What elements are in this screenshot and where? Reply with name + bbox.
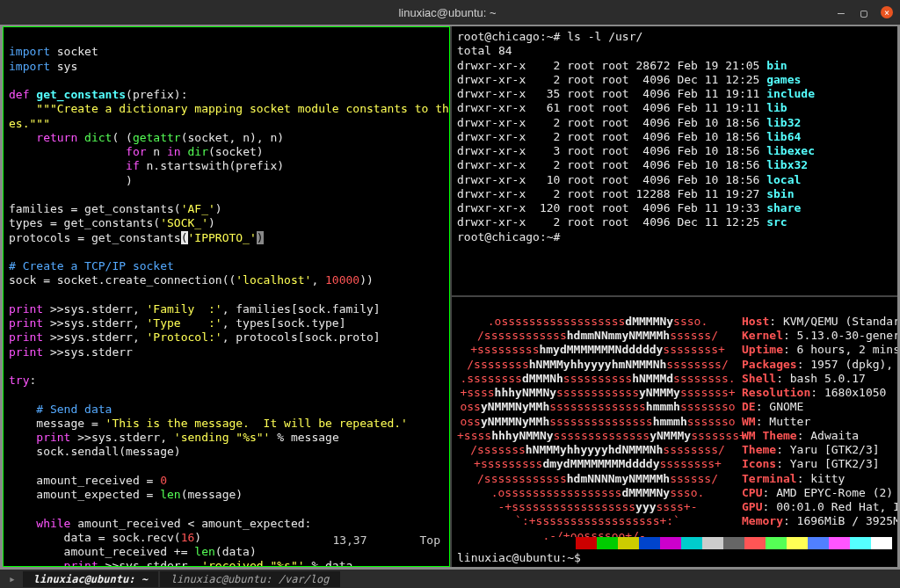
info-row: Terminal: kitty <box>742 472 897 486</box>
info-row: Packages: 1957 (dpkg), 12 (s <box>742 358 897 372</box>
color-swatch <box>787 537 808 549</box>
matching-bracket: ( <box>181 231 188 244</box>
logo-line: ossyNMMMNyMMhssssssssssssssshmmmhsssssso <box>457 415 738 429</box>
ls-row: drwxr-xr-x 2 root root 4096 Dec 11 12:25… <box>457 215 892 229</box>
ls-row: drwxr-xr-x 2 root root 4096 Dec 11 12:25… <box>457 73 892 87</box>
logo-line: +sssssssssdmydMMMMMMMMddddyssssssss+ <box>457 457 738 471</box>
info-row: Kernel: 5.13.0-30-generic <box>742 329 897 343</box>
system-info: Host: KVM/QEMU (Standard PCKernel: 5.13.… <box>742 315 897 543</box>
info-row: Shell: bash 5.0.17 <box>742 372 897 386</box>
info-row: Uptime: 6 hours, 2 mins <box>742 343 897 357</box>
color-swatch <box>850 537 871 549</box>
info-row: CPU: AMD EPYC-Rome (2) @ 3.6 <box>742 486 897 500</box>
ls-row: drwxr-xr-x 2 root root 4096 Feb 10 18:56… <box>457 116 892 130</box>
close-button[interactable]: × <box>881 6 893 18</box>
logo-line: +sssshhhyNMMNyssssssssssssyNMMMysssssss+ <box>457 386 738 400</box>
color-swatch <box>766 537 787 549</box>
prompt: root@chicago:~# <box>457 30 567 43</box>
info-row: DE: GNOME <box>742 400 897 414</box>
color-swatch <box>639 537 660 549</box>
ls-row: drwxr-xr-x 2 root root 28672 Feb 19 21:0… <box>457 59 892 73</box>
ls-row: drwxr-xr-x 2 root root 4096 Feb 10 18:56… <box>457 130 892 144</box>
terminal-tab-bar: ▸ linuxiac@ubuntu: ~ linuxiac@ubuntu: /v… <box>0 570 900 588</box>
cursor: ) <box>257 231 264 244</box>
color-swatch <box>829 537 850 549</box>
logo-line: /sssssssshNMMMyhhyyyyhmNMMMNhssssssss/ <box>457 358 738 372</box>
info-row: Memory: 1696MiB / 3925MiB <box>742 514 897 528</box>
color-swatch <box>618 537 639 549</box>
logo-line: /sssssssssssshdmmNNmmyNMMMMhssssss/ <box>457 329 738 343</box>
app-menu-icon[interactable]: ▸ <box>4 572 21 585</box>
ls-row: drwxr-xr-x 120 root root 4096 Feb 11 19:… <box>457 201 892 215</box>
info-row: GPU: 00:01.0 Red Hat, Inc. Q <box>742 500 897 514</box>
logo-line: +ssssssssshmydMMMMMMMNdddddyssssssss+ <box>457 343 738 357</box>
info-row: Icons: Yaru [GTK2/3] <box>742 457 897 471</box>
color-swatch <box>871 537 892 549</box>
ls-row: drwxr-xr-x 10 root root 4096 Feb 10 18:5… <box>457 173 892 187</box>
vim-cursor-pos: 13,37 <box>332 534 367 548</box>
color-swatch <box>744 537 766 549</box>
window-titlebar: linuxiac@ubuntu: ~ – ▢ × <box>0 0 900 25</box>
neofetch-output: .ossssssssssssssssssdMMMMNyssso./sssssss… <box>457 315 892 543</box>
ls-row: drwxr-xr-x 61 root root 4096 Feb 11 19:1… <box>457 101 892 115</box>
logo-line: .ossssssssssssssssssdMMMMNyssso. <box>457 315 738 329</box>
prompt[interactable]: linuxiac@ubuntu:~$ <box>457 551 581 565</box>
function-name: get_constants <box>36 88 126 101</box>
info-row: Theme: Yaru [GTK2/3] <box>742 443 897 457</box>
logo-line: /sssssssssssshdmNNNNmyNMMMMhssssss/ <box>457 472 738 486</box>
keyword-import: import <box>9 45 50 58</box>
maximize-button[interactable]: ▢ <box>858 6 870 18</box>
info-row: Host: KVM/QEMU (Standard PC <box>742 315 897 329</box>
shell-pane-top[interactable]: root@chicago:~# ls -l /usr/ total 84 drw… <box>450 26 897 297</box>
minimize-button[interactable]: – <box>835 6 847 18</box>
ls-row: drwxr-xr-x 2 root root 4096 Feb 10 18:56… <box>457 158 892 172</box>
vim-scroll-pos: Top <box>420 534 440 548</box>
command: ls -l /usr/ <box>567 30 642 43</box>
logo-line: /ssssssshNMMMyhhyyyyhdNMMMNhssssssss/ <box>457 443 738 457</box>
logo-line: -+ssssssssssssssssssyyyssss+- <box>457 500 738 514</box>
terminal-tab[interactable]: linuxiac@ubuntu: /var/log <box>160 571 340 587</box>
logo-line: `:+ssssssssssssssssss+:` <box>457 514 738 528</box>
logo-line: +sssshhhyNMMNyssssssssssssssyNMMMyssssss… <box>457 429 738 443</box>
color-swatch <box>681 537 702 549</box>
color-swatch <box>808 537 829 549</box>
ls-row: drwxr-xr-x 3 root root 4096 Feb 10 18:56… <box>457 144 892 158</box>
color-swatch <box>702 537 723 549</box>
logo-line: .ssssssssdMMMNhsssssssssshNMMMdssssssss. <box>457 372 738 386</box>
window-title: linuxiac@ubuntu: ~ <box>60 6 835 19</box>
color-swatch <box>576 537 597 549</box>
ls-row: drwxr-xr-x 2 root root 12288 Feb 11 19:2… <box>457 187 892 201</box>
logo-line: ossyNMMMNyMMhsssssssssssssshmmmhssssssso <box>457 400 738 414</box>
ls-row: drwxr-xr-x 35 root root 4096 Feb 11 19:1… <box>457 87 892 101</box>
color-swatches <box>555 537 892 549</box>
color-swatch <box>597 537 618 549</box>
info-row: WM Theme: Adwaita <box>742 429 897 443</box>
color-swatch <box>660 537 681 549</box>
logo-line: .osssssssssssssssssdMMMMNyssso. <box>457 486 738 500</box>
color-swatch <box>723 537 744 549</box>
distro-logo: .ossssssssssssssssssdMMMMNyssso./sssssss… <box>457 315 738 543</box>
info-row: WM: Mutter <box>742 415 897 429</box>
comment: # Create a TCP/IP socket <box>9 259 174 272</box>
vim-status-line: 13,37 Top <box>10 534 440 548</box>
terminal-tab[interactable]: linuxiac@ubuntu: ~ <box>23 571 158 587</box>
shell-pane-bottom[interactable]: .ossssssssssssssssssdMMMMNyssso./sssssss… <box>450 297 897 568</box>
info-row: Resolution: 1680x1050 <box>742 386 897 400</box>
color-swatch <box>555 537 576 549</box>
terminal-window[interactable]: import socket import sys def get_constan… <box>0 25 900 570</box>
prompt-line[interactable]: root@chicago:~# <box>457 230 560 243</box>
vim-pane[interactable]: import socket import sys def get_constan… <box>3 26 450 567</box>
